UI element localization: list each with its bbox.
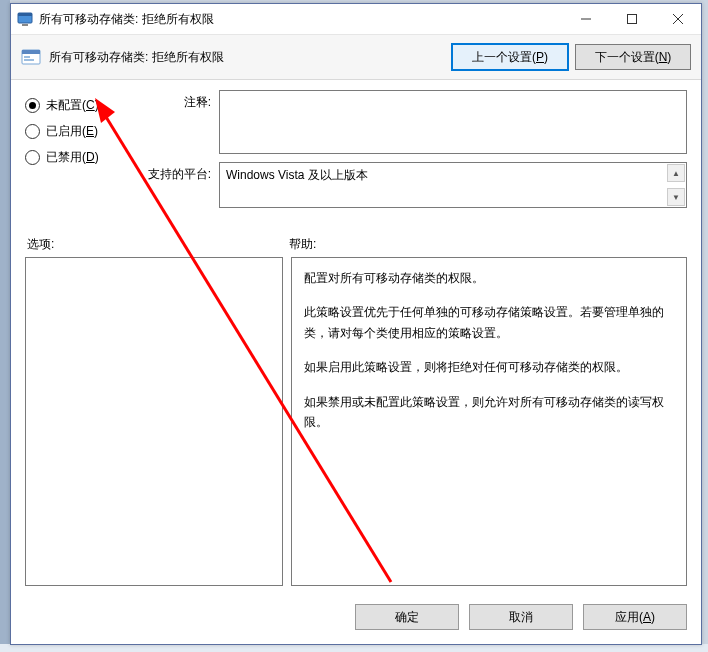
title-bar: 所有可移动存储类: 拒绝所有权限 [11, 4, 701, 35]
options-label: 选项: [27, 236, 289, 253]
apply-label-part1: 应用( [615, 609, 643, 626]
radio-icon [25, 98, 40, 113]
help-pane: 配置对所有可移动存储类的权限。 此策略设置优先于任何单独的可移动存储策略设置。若… [291, 257, 687, 586]
scroll-down-icon[interactable]: ▼ [667, 188, 685, 206]
supported-platform-box: Windows Vista 及以上版本 ▲ ▼ [219, 162, 687, 208]
radio-label: 已启用(E) [46, 123, 98, 140]
supported-platform-label: 支持的平台: [145, 162, 211, 208]
radio-enabled[interactable]: 已启用(E) [25, 118, 135, 144]
radio-icon [25, 150, 40, 165]
dialog-body: 未配置(C) 已启用(E) 已禁用(D) [11, 80, 701, 594]
svg-rect-9 [24, 56, 30, 58]
close-button[interactable] [655, 4, 701, 34]
window-title: 所有可移动存储类: 拒绝所有权限 [39, 11, 563, 28]
options-pane [25, 257, 283, 586]
policy-title: 所有可移动存储类: 拒绝所有权限 [49, 49, 224, 66]
minimize-button[interactable] [563, 4, 609, 34]
comment-label: 注释: [145, 90, 211, 154]
prev-button-key: P [536, 50, 544, 64]
cancel-button[interactable]: 取消 [469, 604, 573, 630]
apply-button[interactable]: 应用(A) [583, 604, 687, 630]
apply-label-part2: ) [651, 610, 655, 624]
svg-rect-2 [22, 24, 28, 26]
help-text: 如果启用此策略设置，则将拒绝对任何可移动存储类的权限。 [304, 357, 674, 377]
app-icon [17, 11, 33, 27]
previous-setting-button[interactable]: 上一个设置(P) [451, 43, 569, 71]
help-label: 帮助: [289, 236, 685, 253]
comment-textarea[interactable] [219, 90, 687, 154]
radio-not-configured[interactable]: 未配置(C) [25, 92, 135, 118]
supported-platform-value: Windows Vista 及以上版本 [226, 168, 368, 182]
radio-disabled[interactable]: 已禁用(D) [25, 144, 135, 170]
radio-label: 已禁用(D) [46, 149, 99, 166]
prev-button-label-part2: ) [544, 50, 548, 64]
dialog-footer: 确定 取消 应用(A) [11, 594, 701, 644]
apply-key: A [643, 610, 651, 624]
ok-button[interactable]: 确定 [355, 604, 459, 630]
dialog-window: 所有可移动存储类: 拒绝所有权限 所有可移动存储类: 拒绝所有权限 [10, 3, 702, 645]
next-button-key: N [659, 50, 668, 64]
next-button-label-part2: ) [667, 50, 671, 64]
help-text: 此策略设置优先于任何单独的可移动存储策略设置。若要管理单独的类，请对每个类使用相… [304, 302, 674, 343]
next-button-label-part1: 下一个设置( [595, 49, 659, 66]
prev-button-label-part1: 上一个设置( [472, 49, 536, 66]
svg-rect-4 [628, 15, 637, 24]
radio-label: 未配置(C) [46, 97, 99, 114]
svg-rect-8 [22, 50, 40, 54]
help-text: 配置对所有可移动存储类的权限。 [304, 268, 674, 288]
header-strip: 所有可移动存储类: 拒绝所有权限 上一个设置(P) 下一个设置(N) [11, 35, 701, 80]
help-text: 如果禁用或未配置此策略设置，则允许对所有可移动存储类的读写权限。 [304, 392, 674, 433]
maximize-button[interactable] [609, 4, 655, 34]
svg-rect-1 [18, 13, 32, 16]
radio-icon [25, 124, 40, 139]
scroll-up-icon[interactable]: ▲ [667, 164, 685, 182]
next-setting-button[interactable]: 下一个设置(N) [575, 44, 691, 70]
policy-icon [21, 47, 41, 67]
svg-rect-10 [24, 59, 34, 61]
